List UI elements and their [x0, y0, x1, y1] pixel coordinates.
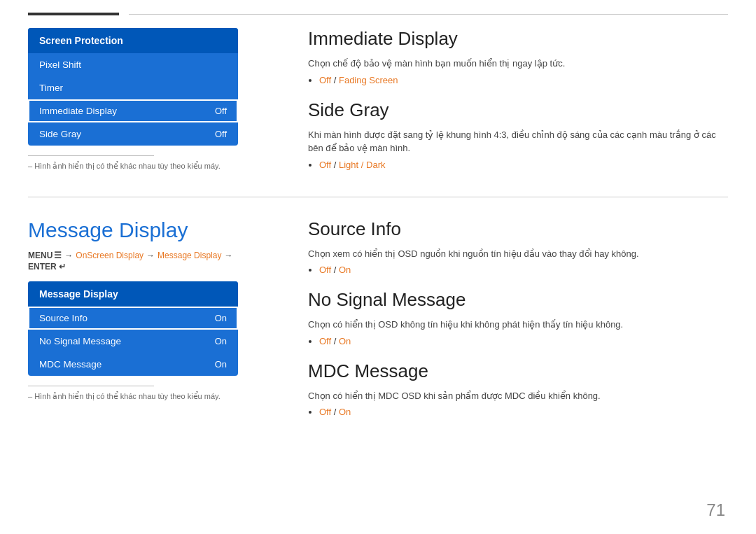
immediate-display-title: Immediate Display [308, 28, 728, 50]
nav-arrow-1: → [64, 251, 73, 260]
horizontal-rule [28, 197, 728, 197]
nav-enter: ENTER ↵ [28, 262, 66, 272]
nav-menu-icon: ☰ [54, 251, 62, 260]
message-display-menu: Message Display Source Info On No Signal… [28, 281, 238, 376]
source-info-title: Source Info [308, 218, 728, 240]
side-gray-light: Light [339, 160, 358, 170]
no-signal-section: No Signal Message Chọn có hiển thị OSD k… [308, 289, 728, 346]
source-info-section: Source Info Chọn xem có hiển thị OSD ngu… [308, 218, 728, 276]
mdc-message-title: MDC Message [308, 360, 728, 382]
menu-nav: MENU ☰ → OnScreen Display → Message Disp… [28, 251, 273, 272]
bottom-divider [28, 386, 154, 386]
divider [28, 155, 154, 156]
side-gray-title: Side Gray [308, 99, 728, 121]
nav-message[interactable]: Message Display [158, 251, 221, 260]
side-gray-off: Off [319, 160, 331, 170]
immediate-display-desc: Chọn chế độ bảo vệ màn hình bạn muốn hiể… [308, 57, 728, 71]
immediate-display-bullet: Off / Fading Screen [319, 75, 728, 85]
side-gray-section: Side Gray Khi màn hình được đặt sang tỷ … [308, 99, 728, 170]
screen-protection-header: Screen Protection [28, 28, 238, 53]
upper-section: Screen Protection Pixel Shift Timer Imme… [0, 28, 756, 184]
no-signal-bullet: Off / On [319, 336, 728, 346]
menu-item-no-signal[interactable]: No Signal Message On [28, 330, 238, 353]
side-gray-dark: / Dark [361, 160, 386, 170]
menu-item-immediate-display[interactable]: Immediate Display Off [28, 99, 238, 122]
message-display-col: Message Display MENU ☰ → OnScreen Displa… [28, 218, 294, 432]
menu-item-side-gray[interactable]: Side Gray Off [28, 122, 238, 146]
source-info-bullet: Off / On [319, 265, 728, 275]
no-signal-title: No Signal Message [308, 289, 728, 311]
bottom-section: Message Display MENU ☰ → OnScreen Displa… [0, 204, 756, 432]
nav-menu-label: MENU [28, 251, 52, 260]
screen-note: – Hình ảnh hiển thị có thể khác nhau tùy… [28, 162, 273, 171]
message-note: – Hình ảnh hiển thị có thể khác nhau tùy… [28, 392, 273, 401]
message-display-title: Message Display [28, 218, 273, 242]
nav-arrow-3: → [224, 251, 232, 260]
mdc-message-bullet: Off / On [319, 407, 728, 417]
menu-item-mdc-message[interactable]: MDC Message On [28, 353, 238, 376]
source-info-desc: Chọn xem có hiển thị OSD nguồn khi nguồn… [308, 247, 728, 261]
menu-item-pixel-shift[interactable]: Pixel Shift [28, 53, 238, 76]
no-signal-desc: Chọn có hiển thị OSD không tín hiệu khi … [308, 318, 728, 332]
screen-protection-col: Screen Protection Pixel Shift Timer Imme… [28, 28, 294, 184]
menu-item-source-info[interactable]: Source Info On [28, 307, 238, 330]
mdc-message-section: MDC Message Chọn có hiển thị MDC OSD khi… [308, 360, 728, 418]
nav-arrow-2: → [146, 251, 155, 260]
immediate-display-off: Off [319, 75, 331, 85]
bottom-right-descriptions: Source Info Chọn xem có hiển thị OSD ngu… [294, 218, 728, 432]
immediate-display-fading: Fading Screen [339, 75, 398, 85]
immediate-display-section: Immediate Display Chọn chế độ bảo vệ màn… [308, 28, 728, 85]
mdc-message-desc: Chọn có hiển thị MDC OSD khi sản phẩm đư… [308, 389, 728, 403]
nav-onscreen[interactable]: OnScreen Display [76, 251, 144, 260]
message-display-menu-header: Message Display [28, 281, 238, 307]
mdc-message-values: Off [319, 407, 331, 417]
screen-protection-menu: Screen Protection Pixel Shift Timer Imme… [28, 28, 238, 146]
side-gray-bullet: Off / Light / Dark [319, 160, 728, 170]
menu-item-timer[interactable]: Timer [28, 76, 238, 99]
progress-active [28, 13, 119, 15]
page-number: 71 [706, 500, 725, 520]
top-bar [0, 0, 756, 15]
side-gray-desc: Khi màn hình được đặt sang tỷ lệ khung h… [308, 128, 728, 155]
progress-inactive [129, 14, 728, 15]
no-signal-values: Off [319, 336, 331, 346]
source-info-values: Off [319, 265, 331, 275]
right-descriptions: Immediate Display Chọn chế độ bảo vệ màn… [294, 28, 728, 184]
